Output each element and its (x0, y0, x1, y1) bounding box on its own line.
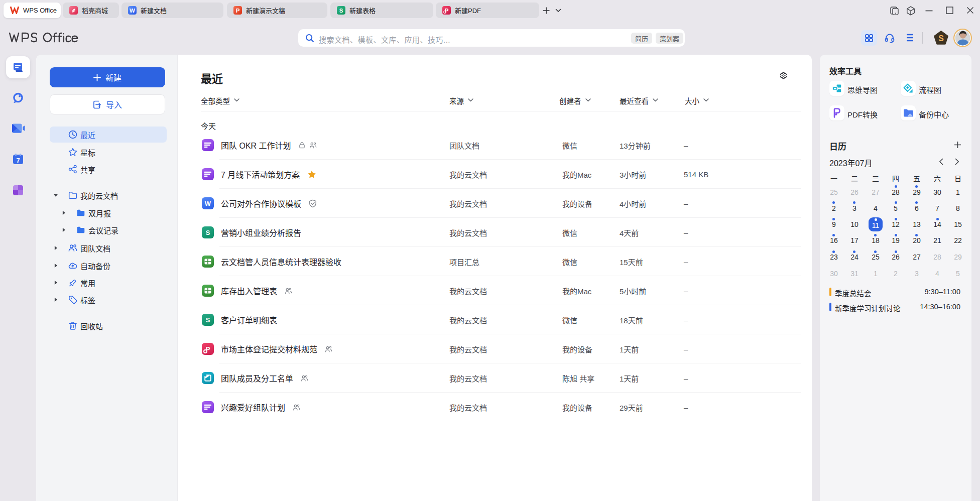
svg-text:7: 7 (16, 157, 20, 164)
svg-text:S: S (938, 34, 944, 43)
